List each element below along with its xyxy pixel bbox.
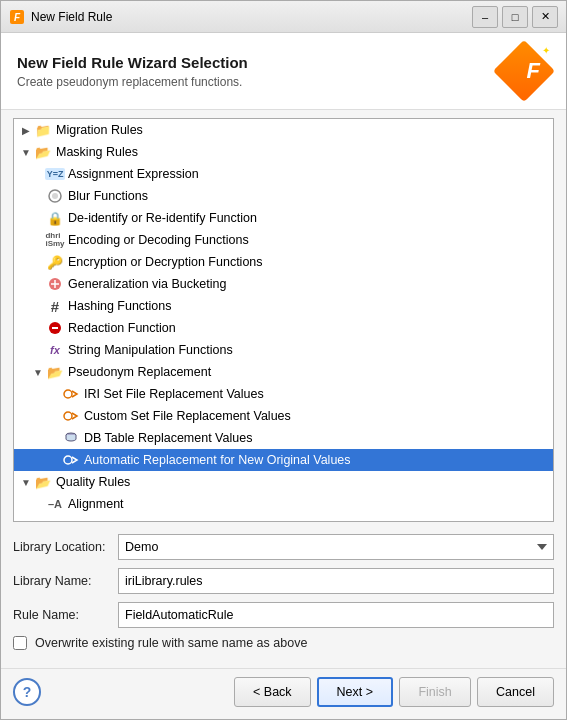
library-location-control: Demo Default Custom <box>118 534 554 560</box>
assignment-label: Assignment Expression <box>68 167 199 181</box>
tree-item-masking-rules[interactable]: ▼ 📂 Masking Rules <box>14 141 553 163</box>
library-name-control <box>118 568 554 594</box>
pseudonym-label: Pseudonym Replacement <box>68 365 211 379</box>
library-name-row: Library Name: <box>13 568 554 594</box>
spacer-1 <box>30 166 46 182</box>
tree-item-generalization[interactable]: Generalization via Bucketing <box>14 273 553 295</box>
tree-item-redaction[interactable]: Redaction Function <box>14 317 553 339</box>
iri-replace-icon <box>62 385 80 403</box>
tree-item-iri-set[interactable]: IRI Set File Replacement Values <box>14 383 553 405</box>
db-table-label: DB Table Replacement Values <box>84 431 252 445</box>
close-button[interactable]: ✕ <box>532 6 558 28</box>
generalization-label: Generalization via Bucketing <box>68 277 226 291</box>
main-window: F New Field Rule – □ ✕ New Field Rule Wi… <box>0 0 567 720</box>
masking-rules-label: Masking Rules <box>56 145 138 159</box>
string-manip-label: String Manipulation Functions <box>68 343 233 357</box>
library-location-select[interactable]: Demo Default Custom <box>118 534 554 560</box>
tree-item-quality-rules[interactable]: ▼ 📂 Quality Rules <box>14 471 553 493</box>
svg-rect-8 <box>52 327 58 329</box>
svg-point-12 <box>64 456 72 464</box>
finish-button[interactable]: Finish <box>399 677 471 707</box>
redaction-label: Redaction Function <box>68 321 176 335</box>
title-bar: F New Field Rule – □ ✕ <box>1 1 566 33</box>
svg-point-3 <box>52 193 58 199</box>
deidentify-label: De-identify or Re-identify Function <box>68 211 257 225</box>
tree-item-string-manip[interactable]: fx String Manipulation Functions <box>14 339 553 361</box>
back-button[interactable]: < Back <box>234 677 311 707</box>
fx-icon: fx <box>46 341 64 359</box>
spacer-7 <box>30 298 46 314</box>
rule-name-input[interactable] <box>118 602 554 628</box>
spacer-6 <box>30 276 46 292</box>
quality-folder-icon: 📂 <box>34 473 52 491</box>
spacer-8 <box>30 320 46 336</box>
quality-rules-label: Quality Rules <box>56 475 130 489</box>
sparkle-icon: ✦ <box>542 45 550 56</box>
overwrite-checkbox[interactable] <box>13 636 27 650</box>
overwrite-label[interactable]: Overwrite existing rule with same name a… <box>35 636 307 650</box>
library-location-label: Library Location: <box>13 540 118 554</box>
button-bar: ? < Back Next > Finish Cancel <box>1 668 566 719</box>
hashing-label: Hashing Functions <box>68 299 172 313</box>
library-name-label: Library Name: <box>13 574 118 588</box>
iri-set-label: IRI Set File Replacement Values <box>84 387 264 401</box>
alignment-label: Alignment <box>68 497 124 511</box>
migration-rules-label: Migration Rules <box>56 123 143 137</box>
next-button[interactable]: Next > <box>317 677 393 707</box>
tree-item-custom-set[interactable]: Custom Set File Replacement Values <box>14 405 553 427</box>
library-location-row: Library Location: Demo Default Custom <box>13 534 554 560</box>
spacer-11 <box>46 408 62 424</box>
form-section: Library Location: Demo Default Custom Li… <box>13 534 554 660</box>
overwrite-row: Overwrite existing rule with same name a… <box>13 636 554 650</box>
redact-icon <box>46 319 64 337</box>
gen-icon <box>46 275 64 293</box>
yz-icon: Y=Z <box>46 165 64 183</box>
tree-item-hashing[interactable]: # Hashing Functions <box>14 295 553 317</box>
tree-item-assignment[interactable]: Y=Z Assignment Expression <box>14 163 553 185</box>
cancel-button[interactable]: Cancel <box>477 677 554 707</box>
spacer-3 <box>30 210 46 226</box>
spacer-2 <box>30 188 46 204</box>
tree-item-alignment[interactable]: –A Alignment <box>14 493 553 515</box>
blur-label: Blur Functions <box>68 189 148 203</box>
spacer-9 <box>30 342 46 358</box>
header-logo: ✦ F <box>498 45 550 97</box>
spacer-14 <box>30 496 46 512</box>
custom-set-label: Custom Set File Replacement Values <box>84 409 291 423</box>
maximize-button[interactable]: □ <box>502 6 528 28</box>
rule-name-row: Rule Name: <box>13 602 554 628</box>
tree-item-db-table[interactable]: DB Table Replacement Values <box>14 427 553 449</box>
auto-replace-icon <box>62 451 80 469</box>
lock-icon: 🔒 <box>46 209 64 227</box>
blur-icon <box>46 187 64 205</box>
content-area: ▶ 📁 Migration Rules ▼ 📂 Masking Rules Y=… <box>1 110 566 668</box>
tree-item-deidentify[interactable]: 🔒 De-identify or Re-identify Function <box>14 207 553 229</box>
tree-item-migration-rules[interactable]: ▶ 📁 Migration Rules <box>14 119 553 141</box>
folder-icon: 📁 <box>34 121 52 139</box>
svg-point-9 <box>64 390 72 398</box>
minimize-button[interactable]: – <box>472 6 498 28</box>
spacer-13 <box>46 452 62 468</box>
svg-point-10 <box>64 412 72 420</box>
help-button[interactable]: ? <box>13 678 41 706</box>
window-controls: – □ ✕ <box>472 6 558 28</box>
rule-tree[interactable]: ▶ 📁 Migration Rules ▼ 📂 Masking Rules Y=… <box>13 118 554 522</box>
spacer-12 <box>46 430 62 446</box>
custom-replace-icon <box>62 407 80 425</box>
encoding-label: Encoding or Decoding Functions <box>68 233 249 247</box>
tree-item-pseudonym[interactable]: ▼ 📂 Pseudonym Replacement <box>14 361 553 383</box>
tree-item-encoding[interactable]: dhriiSmy Encoding or Decoding Functions <box>14 229 553 251</box>
library-name-input[interactable] <box>118 568 554 594</box>
expand-quality-icon: ▼ <box>18 474 34 490</box>
spacer-10 <box>46 386 62 402</box>
automatic-replacement-label: Automatic Replacement for New Original V… <box>84 453 351 467</box>
db-icon <box>62 429 80 447</box>
tree-item-blur[interactable]: Blur Functions <box>14 185 553 207</box>
tree-item-encryption[interactable]: 🔑 Encryption or Decryption Functions <box>14 251 553 273</box>
header-section: New Field Rule Wizard Selection Create p… <box>1 33 566 110</box>
expand-masking-icon: ▼ <box>18 144 34 160</box>
encoding-icon: dhriiSmy <box>46 231 64 249</box>
folder-open-icon: 📂 <box>34 143 52 161</box>
key-icon: 🔑 <box>46 253 64 271</box>
tree-item-automatic-replacement[interactable]: Automatic Replacement for New Original V… <box>14 449 553 471</box>
